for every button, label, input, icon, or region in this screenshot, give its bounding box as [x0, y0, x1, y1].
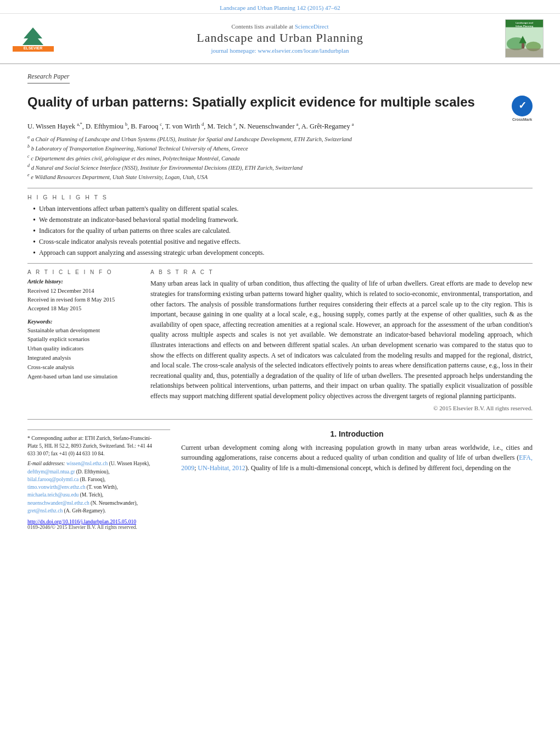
keyword-5: Cross-scale analysis — [27, 363, 137, 372]
affiliation-d: d d Natural and Social Science Interface… — [27, 163, 533, 172]
footnote-emails: E-mail addresses: wissen@nsl.ethz.ch (U.… — [27, 460, 159, 515]
highlight-text-2: We demonstrate an indicator-based behavi… — [39, 216, 238, 224]
intro-section: * Corresponding author at: ETH Zurich, S… — [27, 429, 533, 531]
highlight-item-4: • Cross-scale indicator analysis reveals… — [33, 238, 533, 247]
article-info-abstract: A R T I C L E I N F O Article history: R… — [27, 269, 533, 411]
journal-header: ELSEVIER Contents lists available at Sci… — [0, 14, 560, 64]
contents-available-text: Contents lists available at — [231, 23, 293, 30]
elsevier-logo-svg: ELSEVIER — [13, 25, 54, 52]
highlights-section: H I G H L I G H T S • Urban intervention… — [27, 194, 533, 258]
authors-line: U. Wissen Hayek a,*, D. Efthymiou b, B. … — [27, 122, 533, 131]
highlight-text-5: Approach can support analyzing and asses… — [39, 249, 265, 257]
affiliation-e-text: e Wildland Resources Department, Utah St… — [31, 174, 208, 180]
article-history-label: Article history: — [27, 278, 137, 284]
email-farooq-link[interactable]: bilal.farooq@polymtl.ca — [27, 477, 79, 482]
copyright-line: © 2015 Elsevier B.V. All rights reserved… — [150, 405, 533, 411]
svg-text:Landscape and: Landscape and — [516, 21, 533, 24]
email-gret-link[interactable]: gret@nsl.ethz.ch — [27, 508, 63, 514]
keyword-1: Sustainable urban development — [27, 326, 137, 336]
bullet-icon-5: • — [33, 249, 36, 258]
highlight-item-5: • Approach can support analyzing and ass… — [33, 249, 533, 258]
affiliation-c-text: c Département des génies civil, géologiq… — [31, 155, 239, 161]
email-label-text: E-mail addresses: — [27, 461, 65, 466]
email-wirth-link[interactable]: timo.vonwirth@env.ethz.ch — [27, 484, 85, 490]
homepage-url-text: www.elsevier.com/locate/landurbplan — [257, 47, 349, 54]
intro-heading: 1. Introduction — [181, 429, 533, 438]
contents-available: Contents lists available at ScienceDirec… — [55, 23, 505, 30]
cover-svg: Landscape and Urban Planning — [506, 19, 543, 58]
ref-unhabitat-link[interactable]: UN-Habitat, 2012 — [198, 464, 245, 472]
svg-rect-10 — [506, 48, 543, 57]
keyword-2: Spatially explicit scenarios — [27, 335, 137, 344]
science-direct-text: ScienceDirect — [295, 23, 329, 30]
doi-text: http://dx.doi.org/10.1016/j.landurbplan.… — [27, 519, 136, 525]
keyword-6: Agent-based urban land use simulation — [27, 372, 137, 382]
footnote-corresponding-text: * Corresponding author at: ETH Zurich, S… — [27, 436, 152, 457]
article-title-text: Quality of urban patterns: Spatially exp… — [27, 93, 506, 110]
highlight-item-1: • Urban interventions affect urban patte… — [33, 205, 533, 214]
keyword-3: Urban quality indicators — [27, 344, 137, 354]
elsevier-logo: ELSEVIER — [11, 25, 55, 52]
article-info-heading: A R T I C L E I N F O — [27, 269, 137, 275]
highlight-item-2: • We demonstrate an indicator-based beha… — [33, 216, 533, 225]
homepage-label: journal homepage: — [211, 47, 256, 54]
bullet-icon-4: • — [33, 238, 36, 247]
footnote-corresponding: * Corresponding author at: ETH Zurich, S… — [27, 434, 159, 458]
affiliation-e: e e Wildland Resources Department, Utah … — [27, 172, 533, 181]
email-teich-link[interactable]: michaela.teich@usu.edu — [27, 492, 79, 498]
highlight-item-3: • Indicators for the quality of urban pa… — [33, 227, 533, 236]
crossmark-label: CrossMark — [512, 117, 533, 122]
svg-text:Urban Planning: Urban Planning — [516, 25, 534, 27]
affiliation-c: c c Département des génies civil, géolog… — [27, 153, 533, 163]
abstract-col: A B S T R A C T Many urban areas lack in… — [150, 269, 533, 411]
abstract-heading: A B S T R A C T — [150, 269, 533, 275]
highlight-text-1: Urban interventions affect urban pattern… — [39, 205, 239, 213]
email-defthym-link[interactable]: defthym@mail.ntua.gr — [27, 469, 75, 475]
affiliation-d-text: d Natural and Social Science Interface (… — [31, 164, 303, 170]
affiliations: a a Chair of Planning of Landscape and U… — [27, 134, 533, 181]
journal-homepage: journal homepage: www.elsevier.com/locat… — [55, 47, 505, 54]
affiliation-b: b b Laboratory of Transportation Enginee… — [27, 143, 533, 153]
highlight-text-4: Cross-scale indicator analysis reveals p… — [39, 238, 240, 246]
highlights-list: • Urban interventions affect urban patte… — [33, 205, 533, 258]
page: Landscape and Urban Planning 142 (2015) … — [0, 0, 560, 742]
bullet-icon-1: • — [33, 205, 36, 214]
keywords-label: Keywords: — [27, 319, 137, 325]
footnote-col: * Corresponding author at: ETH Zurich, S… — [27, 429, 170, 531]
journal-center: Contents lists available at ScienceDirec… — [55, 23, 505, 54]
article-info-col: A R T I C L E I N F O Article history: R… — [27, 269, 137, 411]
bullet-icon-2: • — [33, 216, 36, 225]
homepage-url-link[interactable]: www.elsevier.com/locate/landurbplan — [257, 47, 349, 54]
doi-url[interactable]: http://dx.doi.org/10.1016/j.landurbplan.… — [27, 519, 136, 525]
keyword-4: Integrated analysis — [27, 354, 137, 363]
article-title-row: Quality of urban patterns: Spatially exp… — [27, 93, 533, 116]
email-neuen-link[interactable]: neuenschwander@nsl.ethz.ch — [27, 500, 89, 506]
highlights-heading: H I G H L I G H T S — [27, 194, 533, 200]
crossmark-icon: ✓ — [512, 96, 533, 116]
svg-text:ELSEVIER: ELSEVIER — [23, 46, 42, 50]
article-type-label: Research Paper — [27, 72, 70, 83]
highlight-text-3: Indicators for the quality of urban patt… — [39, 227, 231, 235]
affiliation-b-text: b Laboratory of Transportation Engineeri… — [31, 146, 248, 152]
divider-2 — [27, 263, 533, 264]
crossmark-badge: ✓ CrossMark — [512, 96, 533, 116]
abstract-text: Many urban areas lack in quality of urba… — [150, 278, 533, 401]
email-label: E-mail addresses: — [27, 461, 65, 466]
science-direct-link[interactable]: ScienceDirect — [295, 23, 329, 30]
journal-citation-bar: Landscape and Urban Planning 142 (2015) … — [0, 0, 560, 14]
email-wissen-link[interactable]: wissen@nsl.ethz.ch — [66, 461, 108, 466]
journal-header-left: ELSEVIER — [11, 25, 55, 52]
issn-line: 0169-2046/© 2015 Elsevier B.V. All right… — [27, 525, 159, 530]
intro-text: Current urban development coming along w… — [181, 443, 533, 473]
introduction-col: 1. Introduction Current urban developmen… — [170, 429, 533, 531]
divider-3 — [27, 419, 533, 420]
accepted-date: Accepted 18 May 2015 — [27, 304, 137, 313]
doi-link: http://dx.doi.org/10.1016/j.landurbplan.… — [27, 519, 159, 525]
divider-1 — [27, 188, 533, 188]
authors-text: U. Wissen Hayek a,*, D. Efthymiou b, B. … — [27, 122, 354, 130]
journal-title: Landscape and Urban Planning — [55, 31, 505, 45]
affiliation-a-text: a Chair of Planning of Landscape and Urb… — [31, 136, 352, 142]
bullet-icon-3: • — [33, 227, 36, 236]
received-date: Received 12 December 2014 — [27, 287, 137, 295]
journal-cover-image: Landscape and Urban Planning — [505, 19, 544, 58]
